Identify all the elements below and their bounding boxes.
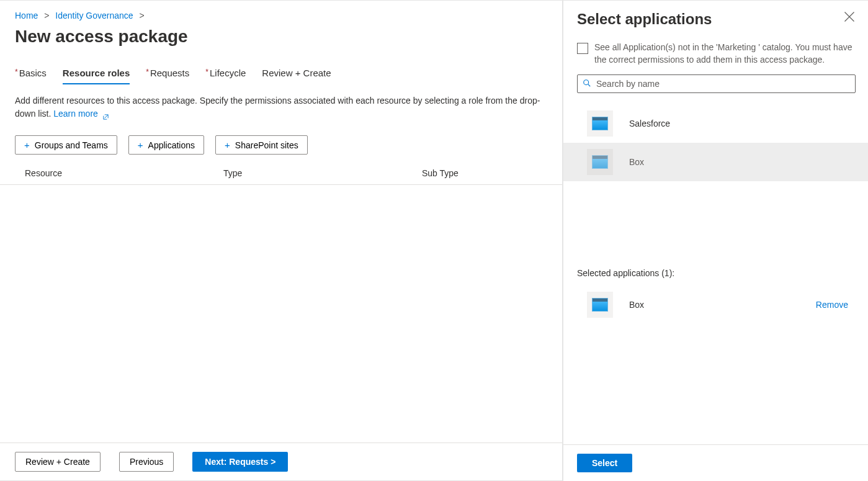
- close-icon[interactable]: [843, 11, 856, 23]
- select-applications-panel: Select applications See all Application(…: [563, 0, 868, 481]
- see-all-label: See all Application(s) not in the 'Marke…: [594, 42, 854, 66]
- search-input[interactable]: [577, 74, 856, 93]
- add-applications-button[interactable]: + Applications: [128, 135, 204, 155]
- tab-resource-roles[interactable]: Resource roles: [63, 68, 130, 84]
- add-sharepoint-button[interactable]: + SharePoint sites: [215, 135, 308, 155]
- plus-icon: +: [225, 140, 230, 150]
- svg-point-0: [584, 80, 589, 85]
- panel-title: Select applications: [577, 11, 712, 28]
- add-groups-button[interactable]: + Groups and Teams: [15, 135, 117, 155]
- app-item-salesforce[interactable]: Salesforce: [563, 104, 868, 143]
- app-icon: [587, 149, 613, 175]
- breadcrumb-identity-governance[interactable]: Identity Governance: [55, 11, 133, 20]
- app-label: Salesforce: [629, 119, 670, 128]
- th-subtype: Sub Type: [422, 168, 547, 178]
- select-button[interactable]: Select: [577, 454, 632, 472]
- selected-applications-section: Selected applications (1): Box Remove: [563, 256, 868, 321]
- remove-link[interactable]: Remove: [816, 300, 854, 310]
- plus-icon: +: [138, 140, 143, 150]
- learn-more-link[interactable]: Learn more: [53, 109, 109, 119]
- breadcrumb: Home > Identity Governance >: [0, 1, 562, 23]
- selected-item-box: Box Remove: [577, 288, 854, 321]
- add-resource-buttons: + Groups and Teams + Applications + Shar…: [0, 120, 562, 163]
- tab-requests[interactable]: *Requests: [146, 68, 189, 84]
- app-label: Box: [629, 300, 644, 310]
- app-label: Box: [629, 157, 644, 167]
- tab-review-create[interactable]: Review + Create: [262, 68, 331, 84]
- breadcrumb-home[interactable]: Home: [15, 11, 38, 20]
- tab-description: Add different resources to this access p…: [0, 84, 562, 120]
- selected-title: Selected applications (1):: [577, 268, 854, 278]
- external-link-icon: [102, 111, 109, 118]
- app-item-box[interactable]: Box: [563, 143, 868, 181]
- app-icon: [587, 110, 613, 137]
- previous-button[interactable]: Previous: [119, 452, 174, 472]
- search-icon: [583, 79, 591, 88]
- page-title: New access package: [0, 23, 562, 64]
- application-list: Salesforce Box: [563, 98, 868, 181]
- see-all-checkbox-row: See all Application(s) not in the 'Marke…: [563, 35, 868, 74]
- breadcrumb-sep: >: [140, 11, 145, 20]
- breadcrumb-sep: >: [44, 11, 49, 20]
- next-button[interactable]: Next: Requests >: [192, 452, 288, 472]
- panel-header: Select applications: [563, 1, 868, 35]
- table-header: Resource Type Sub Type: [0, 163, 562, 185]
- app-icon: [587, 292, 613, 318]
- review-create-button[interactable]: Review + Create: [15, 452, 101, 472]
- th-resource: Resource: [25, 168, 223, 178]
- wizard-footer: Review + Create Previous Next: Requests …: [0, 443, 562, 480]
- main-content: Home > Identity Governance > New access …: [0, 0, 563, 481]
- th-type: Type: [223, 168, 422, 178]
- tab-basics[interactable]: *Basics: [15, 68, 47, 84]
- tab-lifecycle[interactable]: *Lifecycle: [205, 68, 246, 84]
- panel-footer: Select: [563, 444, 868, 481]
- plus-icon: +: [24, 140, 30, 150]
- tabs: *Basics Resource roles *Requests *Lifecy…: [0, 64, 562, 84]
- see-all-checkbox[interactable]: [577, 43, 588, 54]
